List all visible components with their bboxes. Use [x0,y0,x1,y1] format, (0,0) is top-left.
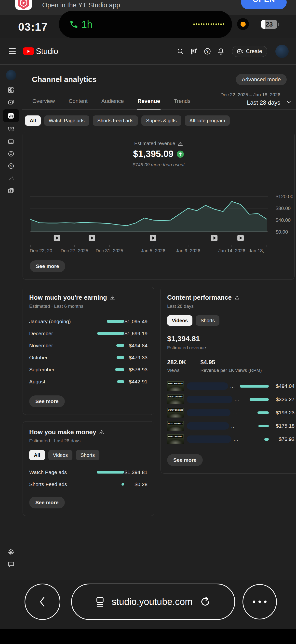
row-bar [96,356,124,359]
row-value: $494.04 [271,383,295,389]
content-card-title: Content performance [167,294,232,301]
earning-row[interactable]: August$442.91 [29,376,148,388]
earning-row[interactable]: November$494.84 [29,340,148,352]
browser-menu-button[interactable] [243,584,277,620]
sidebar-item-send-feedback[interactable] [3,558,19,570]
search-icon[interactable] [176,48,184,55]
video-thumbnail: MOST RELIABLE [167,421,184,431]
menu-icon[interactable] [9,48,16,54]
earning-row[interactable]: September$576.93 [29,364,148,376]
sidebar-item-content[interactable] [3,96,19,108]
sidebar-item-analytics[interactable] [3,109,19,122]
feedback-icon[interactable] [190,48,198,55]
video-row[interactable]: NEARLY PERFECT…$76.92 [167,432,295,446]
create-button[interactable]: Create [232,46,267,57]
address-bar[interactable]: studio.youtube.com [71,584,235,620]
notifications-bell-icon[interactable] [217,48,225,55]
sidebar-item-dashboard[interactable] [3,84,19,96]
warning-icon[interactable] [99,430,104,434]
sidebar-item-copyright[interactable] [3,148,19,160]
copyright-icon [8,150,14,157]
money-see-more-button[interactable]: See more [29,497,65,508]
sidebar-item-settings[interactable] [3,546,19,558]
chart-see-more-button[interactable]: See more [30,260,65,272]
tab-revenue[interactable]: Revenue [137,92,161,110]
video-thumbnail: NEARLY PERFECT [167,434,184,444]
analytics-main: Channel analytics Advanced mode Overview… [22,64,296,580]
channel-avatar[interactable] [6,70,16,80]
earning-see-more-button[interactable]: See more [29,396,65,407]
thumbnail-caption: 3 WORST LUXURY SUVs [168,395,183,398]
chip-videos[interactable]: Videos [48,450,73,460]
video-row[interactable]: 3 WORST LUXURY SUVs…$326.27 [167,393,295,406]
content-see-more-button[interactable]: See more [167,454,203,466]
home-indicator-area [0,629,296,644]
warning-icon[interactable] [110,295,115,300]
earning-rows: January (ongoing)$1,095.49December$1,699… [29,315,148,388]
video-row[interactable]: WORST ENGINES…$193.23 [167,406,295,419]
yt-studio-logo-icon [17,0,30,10]
warning-icon[interactable] [178,141,183,146]
brand-name: Studio [36,47,58,56]
open-app-button[interactable]: OPEN [241,0,287,9]
studio-logo[interactable]: Studio [23,47,58,56]
sidebar-item-customization[interactable] [3,172,19,184]
chip-watch-page-ads[interactable]: Watch Page ads [44,116,89,126]
thumbnail-caption: 3 WORST HYBRID SUVs [168,382,183,385]
redacted-video-title [187,422,229,430]
chip-supers-gifts[interactable]: Supers & gifts [141,116,181,126]
earning-row[interactable]: October$479.33 [29,352,148,364]
dashboard-icon [8,87,14,93]
svg-text:$120.00: $120.00 [276,194,293,199]
feedback-bubble-icon [8,561,14,567]
date-selector[interactable]: Dec 22, 2025 – Jan 18, 2026 Last 28 days [220,92,280,106]
money-row[interactable]: Watch Page ads$1,394.81 [29,466,148,478]
video-row[interactable]: 3 WORST HYBRID SUVs…$494.04 [167,380,295,393]
sidebar-item-community[interactable] [3,123,19,135]
chip-shorts-feed-ads[interactable]: Shorts Feed ads [93,116,138,126]
advanced-mode-button[interactable]: Advanced mode [236,74,287,85]
chip-shorts[interactable]: Shorts [196,315,219,326]
revenue-chart-svg[interactable]: $120.00$80.00$40.00$0.00Dec 22, 20...Dec… [30,172,295,254]
reload-icon[interactable] [200,596,210,608]
call-duration: 1h [81,19,92,30]
row-label: November [29,343,96,348]
tab-overview[interactable]: Overview [32,92,55,109]
yt-studio-app-icon [15,0,32,10]
chip-affiliate-program[interactable]: Affiliate program [185,116,230,126]
account-avatar[interactable] [275,45,289,58]
create-camera-icon [237,49,244,54]
title-ellipsis: … [233,410,237,416]
dynamic-island[interactable]: 1h [59,11,232,38]
help-icon[interactable]: ? [204,48,211,55]
tab-trends[interactable]: Trends [173,92,191,109]
browser-back-button[interactable] [24,584,60,620]
chip-shorts[interactable]: Shorts [76,450,99,460]
chevron-down-icon[interactable] [286,98,292,105]
thumbnail-caption: NEARLY PERFECT [168,435,183,438]
row-bar [239,398,269,401]
chip-all[interactable]: All [29,450,45,460]
title-ellipsis: … [231,423,236,429]
warning-icon[interactable] [235,295,240,300]
sidebar-item-audio-library[interactable] [3,184,19,197]
row-value: $326.27 [271,396,295,402]
svg-text:Jan 9, 2026: Jan 9, 2026 [176,248,200,253]
earning-row[interactable]: January (ongoing)$1,095.49 [29,315,148,328]
money-row[interactable]: Shorts Feed ads$0.28 [29,478,148,490]
tab-content[interactable]: Content [68,92,88,109]
tab-audience[interactable]: Audience [101,92,124,109]
video-row[interactable]: MOST RELIABLE…$175.18 [167,419,295,432]
earning-row[interactable]: December$1,699.19 [29,328,148,340]
page-title: Channel analytics [32,75,97,84]
sidebar-item-earn[interactable]: $ [3,160,19,172]
money-chips: AllVideosShorts [29,450,148,460]
row-value: $479.33 [124,355,148,360]
reader-view-icon[interactable] [96,596,104,607]
svg-text:Dec 27, 2025: Dec 27, 2025 [61,248,88,253]
chip-videos[interactable]: Videos [167,315,192,326]
chip-all[interactable]: All [25,116,41,126]
row-bar [239,412,269,414]
sidebar-item-subtitles[interactable] [3,135,19,148]
title-ellipsis: … [233,436,238,442]
